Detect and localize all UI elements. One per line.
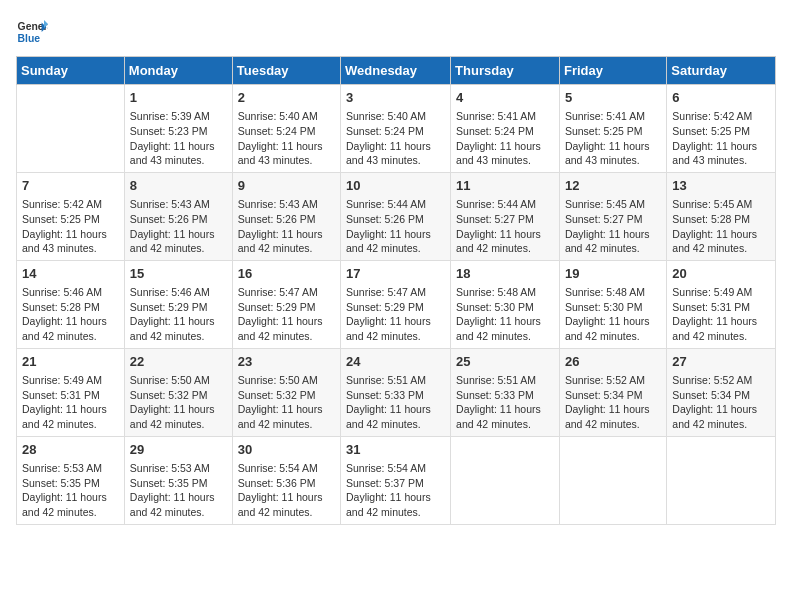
day-info: Sunrise: 5:42 AM Sunset: 5:25 PM Dayligh… — [22, 197, 119, 256]
day-number: 5 — [565, 89, 661, 107]
day-info: Sunrise: 5:40 AM Sunset: 5:24 PM Dayligh… — [346, 109, 445, 168]
calendar-week-row: 1Sunrise: 5:39 AM Sunset: 5:23 PM Daylig… — [17, 85, 776, 173]
calendar-cell: 16Sunrise: 5:47 AM Sunset: 5:29 PM Dayli… — [232, 260, 340, 348]
day-number: 23 — [238, 353, 335, 371]
day-number: 13 — [672, 177, 770, 195]
calendar-cell: 30Sunrise: 5:54 AM Sunset: 5:36 PM Dayli… — [232, 436, 340, 524]
calendar-cell: 9Sunrise: 5:43 AM Sunset: 5:26 PM Daylig… — [232, 172, 340, 260]
calendar-cell: 25Sunrise: 5:51 AM Sunset: 5:33 PM Dayli… — [451, 348, 560, 436]
page-header: General Blue — [16, 16, 776, 48]
day-info: Sunrise: 5:54 AM Sunset: 5:36 PM Dayligh… — [238, 461, 335, 520]
day-number: 4 — [456, 89, 554, 107]
day-info: Sunrise: 5:53 AM Sunset: 5:35 PM Dayligh… — [130, 461, 227, 520]
day-number: 24 — [346, 353, 445, 371]
day-info: Sunrise: 5:46 AM Sunset: 5:28 PM Dayligh… — [22, 285, 119, 344]
calendar-cell: 17Sunrise: 5:47 AM Sunset: 5:29 PM Dayli… — [341, 260, 451, 348]
day-number: 8 — [130, 177, 227, 195]
column-header-saturday: Saturday — [667, 57, 776, 85]
calendar-week-row: 21Sunrise: 5:49 AM Sunset: 5:31 PM Dayli… — [17, 348, 776, 436]
day-number: 27 — [672, 353, 770, 371]
day-info: Sunrise: 5:49 AM Sunset: 5:31 PM Dayligh… — [22, 373, 119, 432]
calendar-cell — [17, 85, 125, 173]
day-info: Sunrise: 5:47 AM Sunset: 5:29 PM Dayligh… — [238, 285, 335, 344]
calendar-table: SundayMondayTuesdayWednesdayThursdayFrid… — [16, 56, 776, 525]
calendar-cell: 8Sunrise: 5:43 AM Sunset: 5:26 PM Daylig… — [124, 172, 232, 260]
day-info: Sunrise: 5:53 AM Sunset: 5:35 PM Dayligh… — [22, 461, 119, 520]
calendar-cell: 20Sunrise: 5:49 AM Sunset: 5:31 PM Dayli… — [667, 260, 776, 348]
calendar-cell: 13Sunrise: 5:45 AM Sunset: 5:28 PM Dayli… — [667, 172, 776, 260]
calendar-cell: 4Sunrise: 5:41 AM Sunset: 5:24 PM Daylig… — [451, 85, 560, 173]
day-number: 29 — [130, 441, 227, 459]
calendar-cell: 26Sunrise: 5:52 AM Sunset: 5:34 PM Dayli… — [559, 348, 666, 436]
day-number: 30 — [238, 441, 335, 459]
day-info: Sunrise: 5:48 AM Sunset: 5:30 PM Dayligh… — [456, 285, 554, 344]
calendar-cell — [559, 436, 666, 524]
calendar-week-row: 28Sunrise: 5:53 AM Sunset: 5:35 PM Dayli… — [17, 436, 776, 524]
day-number: 14 — [22, 265, 119, 283]
day-number: 17 — [346, 265, 445, 283]
day-number: 26 — [565, 353, 661, 371]
day-number: 18 — [456, 265, 554, 283]
day-info: Sunrise: 5:40 AM Sunset: 5:24 PM Dayligh… — [238, 109, 335, 168]
calendar-cell: 22Sunrise: 5:50 AM Sunset: 5:32 PM Dayli… — [124, 348, 232, 436]
calendar-cell — [451, 436, 560, 524]
day-number: 3 — [346, 89, 445, 107]
calendar-week-row: 14Sunrise: 5:46 AM Sunset: 5:28 PM Dayli… — [17, 260, 776, 348]
calendar-cell: 5Sunrise: 5:41 AM Sunset: 5:25 PM Daylig… — [559, 85, 666, 173]
calendar-cell: 1Sunrise: 5:39 AM Sunset: 5:23 PM Daylig… — [124, 85, 232, 173]
column-header-wednesday: Wednesday — [341, 57, 451, 85]
day-info: Sunrise: 5:43 AM Sunset: 5:26 PM Dayligh… — [130, 197, 227, 256]
column-header-friday: Friday — [559, 57, 666, 85]
calendar-cell: 19Sunrise: 5:48 AM Sunset: 5:30 PM Dayli… — [559, 260, 666, 348]
column-header-monday: Monday — [124, 57, 232, 85]
day-number: 22 — [130, 353, 227, 371]
calendar-cell: 29Sunrise: 5:53 AM Sunset: 5:35 PM Dayli… — [124, 436, 232, 524]
day-info: Sunrise: 5:44 AM Sunset: 5:27 PM Dayligh… — [456, 197, 554, 256]
day-number: 21 — [22, 353, 119, 371]
logo-icon: General Blue — [16, 16, 48, 48]
calendar-cell: 23Sunrise: 5:50 AM Sunset: 5:32 PM Dayli… — [232, 348, 340, 436]
calendar-cell: 10Sunrise: 5:44 AM Sunset: 5:26 PM Dayli… — [341, 172, 451, 260]
day-info: Sunrise: 5:44 AM Sunset: 5:26 PM Dayligh… — [346, 197, 445, 256]
day-info: Sunrise: 5:43 AM Sunset: 5:26 PM Dayligh… — [238, 197, 335, 256]
calendar-cell: 27Sunrise: 5:52 AM Sunset: 5:34 PM Dayli… — [667, 348, 776, 436]
day-number: 6 — [672, 89, 770, 107]
calendar-cell: 15Sunrise: 5:46 AM Sunset: 5:29 PM Dayli… — [124, 260, 232, 348]
day-info: Sunrise: 5:41 AM Sunset: 5:24 PM Dayligh… — [456, 109, 554, 168]
calendar-cell: 31Sunrise: 5:54 AM Sunset: 5:37 PM Dayli… — [341, 436, 451, 524]
day-number: 7 — [22, 177, 119, 195]
calendar-cell: 28Sunrise: 5:53 AM Sunset: 5:35 PM Dayli… — [17, 436, 125, 524]
day-info: Sunrise: 5:45 AM Sunset: 5:28 PM Dayligh… — [672, 197, 770, 256]
day-info: Sunrise: 5:52 AM Sunset: 5:34 PM Dayligh… — [672, 373, 770, 432]
day-number: 19 — [565, 265, 661, 283]
calendar-cell: 2Sunrise: 5:40 AM Sunset: 5:24 PM Daylig… — [232, 85, 340, 173]
column-header-sunday: Sunday — [17, 57, 125, 85]
day-info: Sunrise: 5:39 AM Sunset: 5:23 PM Dayligh… — [130, 109, 227, 168]
calendar-cell: 18Sunrise: 5:48 AM Sunset: 5:30 PM Dayli… — [451, 260, 560, 348]
day-info: Sunrise: 5:54 AM Sunset: 5:37 PM Dayligh… — [346, 461, 445, 520]
calendar-cell: 7Sunrise: 5:42 AM Sunset: 5:25 PM Daylig… — [17, 172, 125, 260]
day-number: 15 — [130, 265, 227, 283]
day-info: Sunrise: 5:52 AM Sunset: 5:34 PM Dayligh… — [565, 373, 661, 432]
calendar-week-row: 7Sunrise: 5:42 AM Sunset: 5:25 PM Daylig… — [17, 172, 776, 260]
day-info: Sunrise: 5:51 AM Sunset: 5:33 PM Dayligh… — [456, 373, 554, 432]
day-number: 2 — [238, 89, 335, 107]
day-number: 10 — [346, 177, 445, 195]
calendar-cell: 3Sunrise: 5:40 AM Sunset: 5:24 PM Daylig… — [341, 85, 451, 173]
calendar-cell: 6Sunrise: 5:42 AM Sunset: 5:25 PM Daylig… — [667, 85, 776, 173]
calendar-cell: 12Sunrise: 5:45 AM Sunset: 5:27 PM Dayli… — [559, 172, 666, 260]
column-header-thursday: Thursday — [451, 57, 560, 85]
day-number: 9 — [238, 177, 335, 195]
day-info: Sunrise: 5:46 AM Sunset: 5:29 PM Dayligh… — [130, 285, 227, 344]
calendar-cell: 14Sunrise: 5:46 AM Sunset: 5:28 PM Dayli… — [17, 260, 125, 348]
day-info: Sunrise: 5:49 AM Sunset: 5:31 PM Dayligh… — [672, 285, 770, 344]
column-header-tuesday: Tuesday — [232, 57, 340, 85]
calendar-header-row: SundayMondayTuesdayWednesdayThursdayFrid… — [17, 57, 776, 85]
day-number: 16 — [238, 265, 335, 283]
day-info: Sunrise: 5:42 AM Sunset: 5:25 PM Dayligh… — [672, 109, 770, 168]
calendar-cell: 21Sunrise: 5:49 AM Sunset: 5:31 PM Dayli… — [17, 348, 125, 436]
day-info: Sunrise: 5:50 AM Sunset: 5:32 PM Dayligh… — [238, 373, 335, 432]
day-number: 28 — [22, 441, 119, 459]
svg-text:Blue: Blue — [18, 33, 41, 44]
day-info: Sunrise: 5:47 AM Sunset: 5:29 PM Dayligh… — [346, 285, 445, 344]
